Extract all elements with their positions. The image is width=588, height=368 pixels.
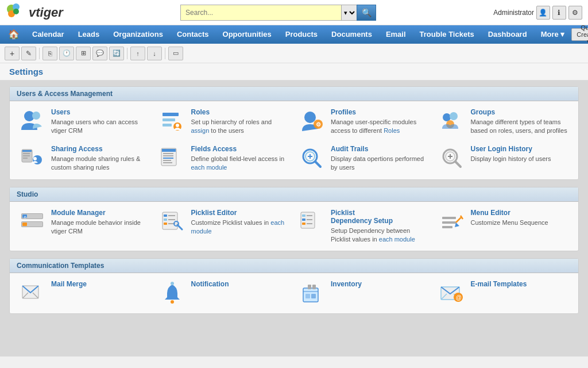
roles-title[interactable]: Roles — [191, 108, 290, 116]
toolbar-divider-1 — [39, 48, 40, 59]
item-roles[interactable]: Roles Set up hierarchy of roles and assi… — [159, 108, 290, 136]
svg-rect-51 — [164, 218, 167, 221]
email-templates-icon: @ — [439, 280, 465, 306]
fields-access-title[interactable]: Fields Access — [191, 145, 290, 153]
nav-leads[interactable]: Leads — [71, 25, 107, 44]
profiles-desc: Manage user-specific modules access to d… — [331, 118, 430, 136]
logo[interactable]: vtiger — [6, 3, 63, 22]
mail-merge-content: Mail Merge — [51, 280, 87, 290]
toolbar-up-btn[interactable]: ↑ — [130, 47, 145, 60]
toolbar-grid-btn[interactable]: ⊞ — [76, 47, 91, 60]
quick-create-button[interactable]: Quick Create... ▾ — [571, 28, 588, 41]
section-users-access-items: Users Manage users who can access vtiger… — [10, 101, 578, 179]
toolbar-add-btn[interactable]: + — [5, 47, 20, 60]
svg-rect-58 — [302, 214, 305, 217]
item-fields-access[interactable]: Fields Access Define global field-level … — [159, 145, 290, 172]
svg-rect-75 — [303, 288, 318, 302]
nav-dashboard[interactable]: Dashboard — [481, 25, 534, 44]
svg-rect-52 — [168, 219, 175, 220]
item-notification[interactable]: Notification — [159, 280, 290, 306]
svg-rect-62 — [302, 223, 305, 225]
nav-calendar[interactable]: Calendar — [25, 25, 71, 44]
main-content: Users & Access Management Users Manage u… — [0, 80, 588, 356]
section-header-studio: Studio — [10, 187, 578, 202]
users-desc: Manage users who can access vtiger CRM — [51, 118, 150, 136]
menu-editor-title[interactable]: Menu Editor — [471, 209, 548, 217]
svg-rect-65 — [442, 221, 456, 224]
nav-home[interactable]: 🏠 — [2, 25, 25, 44]
sharing-access-title[interactable]: Sharing Access — [51, 145, 150, 153]
mail-merge-title[interactable]: Mail Merge — [51, 280, 87, 288]
toolbar-edit-btn[interactable]: ✎ — [21, 47, 36, 60]
svg-rect-78 — [305, 294, 310, 298]
item-audit-trails[interactable]: Audit Trails Display data opertions perf… — [299, 145, 430, 172]
svg-rect-47 — [22, 223, 27, 226]
nav-organizations[interactable]: Organizations — [106, 25, 170, 44]
svg-text:@: @ — [456, 294, 462, 301]
item-mail-merge[interactable]: Mail Merge — [19, 280, 150, 306]
profiles-title[interactable]: Profiles — [331, 108, 430, 116]
toolbar-comment-btn[interactable]: 💬 — [92, 47, 107, 60]
svg-rect-27 — [163, 155, 173, 156]
nav-bar: 🏠 Calendar Leads Organizations Contacts … — [0, 25, 588, 44]
roles-icon — [159, 108, 185, 135]
user-login-history-title[interactable]: User Login History — [471, 145, 551, 153]
search-dropdown[interactable]: ▾ — [341, 5, 357, 21]
user-profile-button[interactable]: 👤 — [536, 6, 550, 20]
item-users[interactable]: Users Manage users who can access vtiger… — [19, 108, 150, 136]
item-picklist-dependency[interactable]: PicklistDependency Setup Setup Dependenc… — [299, 209, 430, 244]
nav-documents[interactable]: Documents — [324, 25, 379, 44]
nav-contacts[interactable]: Contacts — [170, 25, 216, 44]
toolbar-refresh-btn[interactable]: 🔄 — [109, 47, 124, 60]
users-title[interactable]: Users — [51, 108, 150, 116]
audit-trails-title[interactable]: Audit Trails — [331, 145, 430, 153]
item-groups[interactable]: Groups Manage different types of teams b… — [439, 108, 570, 136]
inventory-content: Inventory — [331, 280, 362, 290]
svg-point-3 — [13, 9, 19, 14]
item-module-manager[interactable]: ⚙ Module Manager Manage module behavior … — [19, 209, 150, 244]
item-picklist-editor[interactable]: Picklist Editor Customize Picklist value… — [159, 209, 290, 244]
item-profiles[interactable]: ⚙ Profiles Manage user-specific modules … — [299, 108, 430, 136]
svg-line-67 — [456, 217, 462, 223]
item-inventory[interactable]: Inventory — [299, 280, 430, 306]
toolbar-history-btn[interactable]: 🕐 — [59, 47, 74, 60]
toolbar-view-btn[interactable]: ▭ — [168, 47, 183, 60]
email-templates-title[interactable]: E-mail Templates — [471, 280, 527, 288]
nav-opportunities[interactable]: Opportunities — [216, 25, 278, 44]
svg-point-74 — [171, 282, 174, 285]
user-info-button[interactable]: ℹ — [552, 6, 566, 20]
svg-rect-28 — [163, 158, 173, 159]
inventory-title[interactable]: Inventory — [331, 280, 362, 288]
notification-title[interactable]: Notification — [191, 280, 229, 288]
nav-products[interactable]: Products — [278, 25, 324, 44]
sharing-access-icon — [19, 145, 45, 171]
groups-title[interactable]: Groups — [471, 108, 570, 116]
module-manager-title[interactable]: Module Manager — [51, 209, 150, 217]
item-sharing-access[interactable]: Sharing Access Manage module sharing rul… — [19, 145, 150, 172]
svg-point-5 — [32, 112, 40, 120]
svg-rect-19 — [23, 153, 30, 154]
sharing-access-content: Sharing Access Manage module sharing rul… — [51, 145, 150, 172]
toolbar-copy-btn[interactable]: ⎘ — [42, 47, 57, 60]
toolbar-down-btn[interactable]: ↓ — [147, 47, 162, 60]
item-user-login-history[interactable]: User Login History Display login history… — [439, 145, 570, 172]
nav-more[interactable]: More ▾ — [534, 25, 572, 44]
user-settings-button[interactable]: ⚙ — [568, 6, 582, 20]
item-email-templates[interactable]: @ E-mail Templates — [439, 280, 570, 306]
logo-label: vtiger — [29, 5, 63, 20]
picklist-editor-title[interactable]: Picklist Editor — [191, 209, 290, 217]
email-templates-content: E-mail Templates — [471, 280, 527, 290]
search-button[interactable]: 🔍 — [357, 5, 376, 21]
notification-icon — [159, 280, 185, 306]
notification-content: Notification — [191, 280, 229, 290]
svg-rect-59 — [307, 215, 312, 216]
nav-email[interactable]: Email — [379, 25, 413, 44]
audit-trails-content: Audit Trails Display data opertions perf… — [331, 145, 430, 172]
picklist-dependency-title[interactable]: PicklistDependency Setup — [331, 209, 430, 225]
search-input[interactable] — [180, 5, 341, 21]
item-menu-editor[interactable]: Menu Editor Customize Menu Sequence — [439, 209, 570, 244]
nav-trouble-tickets[interactable]: Trouble Tickets — [413, 25, 481, 44]
svg-rect-8 — [163, 124, 172, 126]
mail-merge-icon — [19, 280, 45, 306]
section-users-access: Users & Access Management Users Manage u… — [9, 86, 579, 180]
